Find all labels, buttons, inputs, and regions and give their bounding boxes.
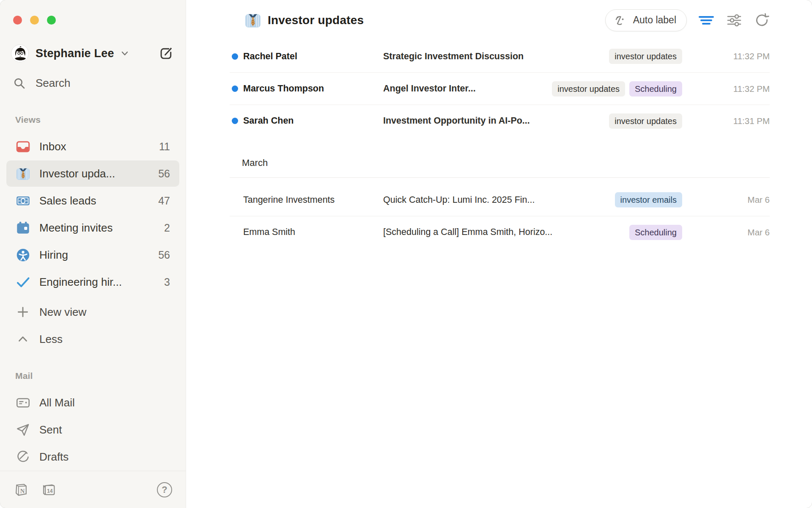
view-header: Investor updates Auto label	[186, 0, 812, 40]
display-settings-icon[interactable]	[726, 12, 743, 29]
email-time: 11:32 PM	[682, 84, 770, 94]
email-tag[interactable]: investor emails	[615, 192, 682, 207]
main-content: Investor updates Auto label	[186, 0, 812, 508]
new-view-button[interactable]: New view	[6, 299, 179, 325]
email-group-today: Rachel Patel Strategic Investment Discus…	[230, 40, 770, 137]
necktie-icon	[15, 166, 30, 181]
email-row[interactable]: Rachel Patel Strategic Investment Discus…	[230, 40, 770, 72]
email-time: 11:32 PM	[682, 51, 770, 61]
minimize-window-button[interactable]	[30, 16, 39, 25]
sidebar-item-hiring[interactable]: Hiring 56	[6, 242, 179, 268]
calendar-icon	[15, 220, 30, 235]
email-tag[interactable]: investor updates	[609, 113, 682, 129]
less-label: Less	[39, 333, 170, 346]
notion-logo-icon[interactable]: N	[14, 482, 29, 497]
paper-plane-icon	[15, 422, 30, 437]
unread-dot	[232, 53, 238, 60]
email-time: 11:31 PM	[682, 116, 770, 126]
sidebar-item-investor-updates[interactable]: Investor upda... 56	[6, 160, 179, 187]
sidebar-item-count: 3	[164, 276, 170, 288]
envelope-icon	[15, 395, 30, 410]
svg-text:14: 14	[47, 488, 53, 494]
email-row[interactable]: Tangerine Investments Quick Catch-Up: Lu…	[230, 184, 770, 216]
mail-section-label: Mail	[15, 371, 186, 381]
checkmark-icon	[15, 274, 30, 290]
inbox-tray-icon	[15, 139, 30, 154]
necktie-view-icon	[244, 12, 261, 29]
close-window-button[interactable]	[13, 16, 22, 25]
person-circle-icon	[15, 247, 30, 262]
email-tags: investor updates	[609, 113, 682, 129]
search-icon	[13, 77, 26, 90]
email-group-march: March Tangerine Investments Quick Catch-…	[230, 154, 770, 248]
unread-dot	[232, 118, 238, 124]
mail-app-window: Stephanie Lee Search Views	[0, 0, 812, 508]
sidebar-item-meeting-invites[interactable]: Meeting invites 2	[6, 215, 179, 241]
email-list: Rachel Patel Strategic Investment Discus…	[230, 40, 770, 248]
email-tags: Scheduling	[629, 225, 682, 240]
sidebar: Stephanie Lee Search Views	[0, 0, 186, 508]
compose-button[interactable]	[157, 44, 176, 63]
group-header: March	[230, 154, 770, 172]
email-tags: investor updatesScheduling	[552, 81, 682, 97]
account-switcher[interactable]: Stephanie Lee	[11, 44, 176, 63]
sidebar-item-label: Drafts	[39, 450, 170, 464]
draft-pencil-icon	[15, 449, 30, 464]
email-row[interactable]: Emma Smith [Scheduling a Call] Emma Smit…	[230, 216, 770, 248]
email-time: Mar 6	[682, 227, 770, 237]
email-tag[interactable]: Scheduling	[629, 225, 682, 240]
email-sender: Tangerine Investments	[243, 195, 383, 205]
sidebar-footer: N 14 ?	[0, 471, 186, 508]
window-controls	[0, 0, 186, 25]
email-subject: Quick Catch-Up: Lumi Inc. 2025 Fin...	[383, 195, 535, 205]
sidebar-item-drafts[interactable]: Drafts	[6, 444, 179, 470]
money-bill-icon	[15, 193, 30, 208]
plus-icon	[15, 304, 30, 320]
filter-icon[interactable]	[698, 12, 715, 29]
sidebar-item-sent[interactable]: Sent	[6, 417, 179, 443]
sidebar-item-label: Hiring	[39, 248, 153, 262]
search-label: Search	[36, 77, 70, 90]
sidebar-item-count: 11	[159, 141, 170, 153]
email-tag[interactable]: investor updates	[552, 81, 625, 97]
sidebar-item-count: 56	[158, 249, 170, 261]
sidebar-item-count: 2	[164, 222, 170, 234]
email-tag[interactable]: Scheduling	[629, 81, 682, 97]
search-button[interactable]: Search	[13, 76, 176, 90]
sidebar-item-label: All Mail	[39, 396, 170, 409]
user-name: Stephanie Lee	[36, 47, 114, 60]
email-sender: Marcus Thompson	[243, 83, 383, 94]
sidebar-item-label: Investor upda...	[39, 167, 153, 180]
email-time: Mar 6	[682, 195, 770, 205]
email-subject: Strategic Investment Discussion	[383, 51, 524, 62]
sidebar-item-all-mail[interactable]: All Mail	[6, 389, 179, 416]
less-button[interactable]: Less	[6, 326, 179, 352]
sidebar-item-label: Engineering hir...	[39, 276, 159, 289]
refresh-icon[interactable]	[754, 12, 771, 29]
sidebar-item-label: Sales leads	[39, 194, 153, 207]
sidebar-item-count: 56	[158, 168, 170, 180]
chevron-down-icon	[120, 49, 129, 58]
email-subject: [Scheduling a Call] Emma Smith, Horizo..…	[383, 227, 552, 237]
chevron-up-icon	[15, 331, 30, 347]
auto-label-icon	[614, 14, 628, 27]
unread-dot	[232, 86, 238, 92]
email-tag[interactable]: investor updates	[609, 49, 682, 64]
zoom-window-button[interactable]	[47, 16, 56, 25]
views-section-label: Views	[15, 115, 186, 125]
auto-label-button[interactable]: Auto label	[605, 9, 687, 31]
notion-calendar-icon[interactable]: 14	[41, 482, 57, 497]
header-actions: Auto label	[605, 9, 771, 31]
new-view-label: New view	[39, 306, 170, 319]
help-icon[interactable]: ?	[157, 482, 172, 497]
email-row[interactable]: Marcus Thompson Angel Investor Inter... …	[230, 72, 770, 105]
sidebar-item-count: 47	[158, 195, 170, 207]
sidebar-item-inbox[interactable]: Inbox 11	[6, 133, 179, 160]
page-title: Investor updates	[268, 14, 364, 27]
email-row[interactable]: Sarah Chen Investment Opportunity in AI-…	[230, 105, 770, 137]
sidebar-item-sales-leads[interactable]: Sales leads 47	[6, 188, 179, 214]
sidebar-item-engineering-hiring[interactable]: Engineering hir... 3	[6, 269, 179, 295]
avatar	[11, 44, 29, 62]
email-tags: investor emails	[615, 192, 682, 207]
mail-nav: All Mail Sent Drafts	[0, 389, 186, 471]
